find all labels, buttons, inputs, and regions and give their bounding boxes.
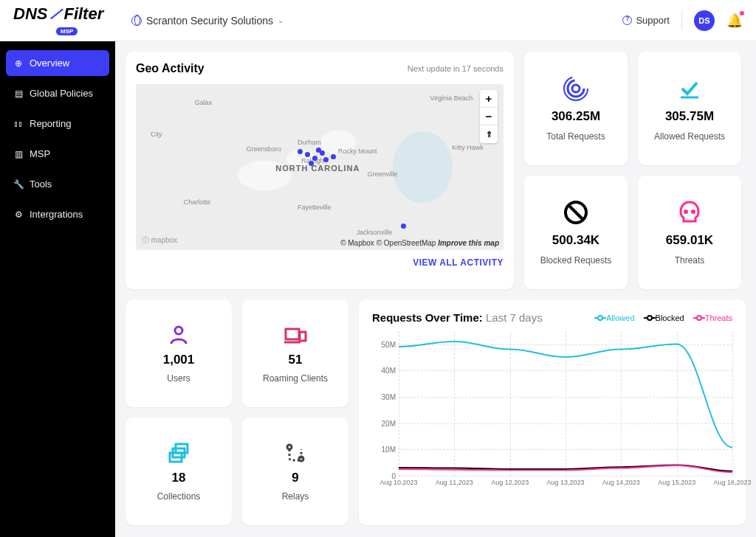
topbar: DNS⟋Filter MSP Scranton Security Solutio… <box>0 0 756 41</box>
mini-stat-grid: 1,001 Users 51 Roaming Clients 18 Collec… <box>126 299 348 525</box>
support-link[interactable]: Support <box>622 15 670 26</box>
blocked-icon <box>563 199 589 226</box>
geo-update-text: Next update in 17 seconds <box>408 64 504 73</box>
stat-allowed-requests[interactable]: 305.75M Allowed Requests <box>638 52 741 165</box>
mini-value: 51 <box>289 353 303 367</box>
requests-chart-card: Requests Over Time: Last 7 days Allowed … <box>359 299 746 525</box>
check-icon <box>676 75 703 102</box>
stat-label: Total Requests <box>546 131 605 142</box>
mini-roaming-clients[interactable]: 51 Roaming Clients <box>242 299 348 407</box>
mini-relays[interactable]: 9 Relays <box>242 418 348 525</box>
map-city-label: Rocky Mount <box>338 148 377 155</box>
map-city-label: Fayetteville <box>298 204 331 211</box>
legend-allowed[interactable]: Allowed <box>594 313 635 322</box>
map-point[interactable] <box>401 224 406 229</box>
sidebar-item-tools[interactable]: 🔧Tools <box>6 171 109 197</box>
mini-collections[interactable]: 18 Collections <box>126 418 232 525</box>
stat-value: 659.01K <box>666 233 713 248</box>
geo-activity-card: Geo Activity Next update in 17 seconds N… <box>126 52 514 289</box>
svg-point-1 <box>568 80 584 97</box>
logo-filter: Filter <box>63 4 103 24</box>
map-point[interactable] <box>331 154 336 159</box>
sidebar-item-label: MSP <box>30 148 50 159</box>
chart-area[interactable]: 50M40M30M20M10M0 Aug 10,2023Aug 11,2023A… <box>372 331 732 493</box>
map-city-label: Durham <box>298 139 321 146</box>
sidebar: ⊕Overview ▤Global Policies ⫾⫾Reporting ▥… <box>0 41 115 537</box>
svg-point-6 <box>684 209 688 214</box>
map-state-label: NORTH CAROLINA <box>275 164 360 173</box>
map-controls: + − ⇑ <box>480 90 498 143</box>
legend-blocked[interactable]: Blocked <box>644 313 684 322</box>
notifications-icon[interactable]: 🔔 <box>726 13 743 29</box>
logo[interactable]: DNS⟋Filter MSP <box>13 2 102 38</box>
svg-point-7 <box>691 209 695 214</box>
compass-button[interactable]: ⇑ <box>480 125 498 143</box>
map-city-label: Kitty Hawk <box>452 144 484 151</box>
stat-value: 305.75M <box>665 109 714 124</box>
msp-badge: MSP <box>56 27 78 35</box>
zoom-out-button[interactable]: − <box>480 108 498 125</box>
legend-label: Threats <box>705 313 732 322</box>
mapbox-logo: ⓘ mapbox <box>142 235 177 246</box>
help-icon <box>622 15 632 25</box>
stat-value: 500.34K <box>552 233 599 248</box>
stat-blocked-requests[interactable]: 500.34K Blocked Requests <box>524 176 628 289</box>
sidebar-item-label: Reporting <box>30 118 71 129</box>
org-selector[interactable]: Scranton Security Solutions ⌄ <box>131 15 284 27</box>
zoom-in-button[interactable]: + <box>480 90 498 108</box>
map-city-label: Charlotte <box>184 198 211 206</box>
mini-value: 9 <box>292 471 298 485</box>
sidebar-item-label: Overview <box>30 58 69 69</box>
legend-threats[interactable]: Threats <box>693 313 732 322</box>
legend-marker-icon <box>644 313 653 322</box>
map-city-label: Greenville <box>368 170 398 178</box>
svg-point-18 <box>598 316 602 320</box>
sidebar-item-integrations[interactable]: ⚙Intergrations <box>6 201 109 227</box>
map-point[interactable] <box>316 148 321 153</box>
map-city-label: Jacksonville <box>357 229 393 236</box>
skull-icon <box>676 199 703 226</box>
map-city-label: City <box>151 131 162 138</box>
svg-rect-10 <box>300 332 306 341</box>
map-city-label: Galax <box>195 99 213 106</box>
chart-legend: Allowed Blocked Threats <box>594 313 732 322</box>
sidebar-item-overview[interactable]: ⊕Overview <box>6 50 109 76</box>
map-attribution[interactable]: © Mapbox © OpenStreetMap Improve this ma… <box>340 239 499 247</box>
map-point[interactable] <box>323 157 329 162</box>
mini-value: 1,001 <box>163 353 195 367</box>
globe-icon <box>131 15 142 26</box>
stat-grid: 306.25M Total Requests 305.75M Allowed R… <box>524 52 741 289</box>
map-city-label: Virginia Beach <box>430 94 472 102</box>
view-all-activity-link[interactable]: VIEW ALL ACTIVITY <box>136 257 504 268</box>
map-point[interactable] <box>312 156 317 161</box>
legend-marker-icon <box>693 313 702 322</box>
chart-icon: ⫾⫾ <box>13 119 24 129</box>
map-point[interactable] <box>309 161 314 166</box>
mini-label: Collections <box>157 491 201 502</box>
logo-dns: DNS <box>13 4 47 24</box>
gear-icon: ⚙ <box>13 209 24 220</box>
svg-point-22 <box>697 316 701 320</box>
legend-marker-icon <box>594 313 603 322</box>
mini-label: Relays <box>282 491 309 502</box>
stat-threats[interactable]: 659.01K Threats <box>638 176 741 289</box>
user-avatar[interactable]: DS <box>694 10 715 31</box>
map-point[interactable] <box>298 149 303 154</box>
mini-users[interactable]: 1,001 Users <box>126 299 232 407</box>
stat-label: Blocked Requests <box>540 255 612 266</box>
svg-point-0 <box>572 85 580 92</box>
sidebar-item-reporting[interactable]: ⫾⫾Reporting <box>6 111 109 136</box>
support-label: Support <box>636 15 670 26</box>
building-icon: ▥ <box>13 149 24 159</box>
stat-total-requests[interactable]: 306.25M Total Requests <box>524 52 628 165</box>
geo-title: Geo Activity <box>136 62 205 75</box>
svg-rect-9 <box>286 329 299 339</box>
stat-label: Allowed Requests <box>654 131 725 142</box>
geo-map[interactable]: NORTH CAROLINA Galax City Greensboro Dur… <box>136 84 504 250</box>
wrench-icon: 🔧 <box>13 179 24 190</box>
sidebar-item-global-policies[interactable]: ▤Global Policies <box>6 80 109 106</box>
sidebar-item-label: Intergrations <box>30 209 83 220</box>
main-content: Geo Activity Next update in 17 seconds N… <box>115 41 756 537</box>
mini-label: Users <box>167 373 190 384</box>
sidebar-item-msp[interactable]: ▥MSP <box>6 141 109 167</box>
